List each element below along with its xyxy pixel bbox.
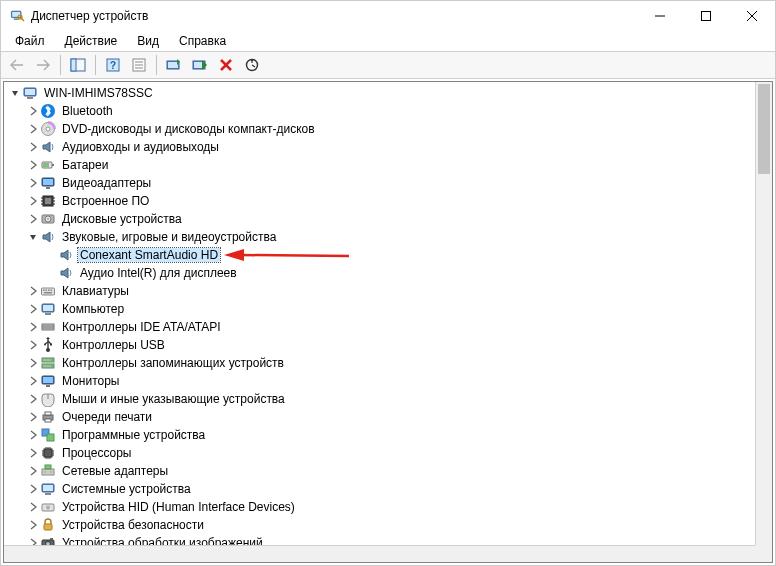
toolbar-update-driver-button[interactable] <box>162 54 186 76</box>
menu-action[interactable]: Действие <box>57 33 126 49</box>
chevron-right-icon[interactable] <box>26 212 40 226</box>
tree-item-label: Устройства HID (Human Interface Devices) <box>60 500 297 514</box>
tree-item-processors[interactable]: Процессоры <box>4 444 755 462</box>
chevron-down-icon[interactable] <box>8 86 22 100</box>
tree-item-firmware[interactable]: Встроенное ПО <box>4 192 755 210</box>
tree-item-network-adapters[interactable]: Сетевые адаптеры <box>4 462 755 480</box>
tree-item-label: Программные устройства <box>60 428 207 442</box>
disc-icon <box>40 121 56 137</box>
tree-item-print-queues[interactable]: Очереди печати <box>4 408 755 426</box>
device-tree[interactable]: WIN-IMHIMS78SSC Bluetooth DVD-дисководы … <box>4 82 755 545</box>
minimize-button[interactable] <box>637 1 683 31</box>
chevron-down-icon[interactable] <box>26 230 40 244</box>
tree-item-dvd[interactable]: DVD-дисководы и дисководы компакт-дисков <box>4 120 755 138</box>
maximize-button[interactable] <box>683 1 729 31</box>
chevron-right-icon[interactable] <box>26 464 40 478</box>
chevron-right-icon[interactable] <box>26 374 40 388</box>
svg-rect-79 <box>71 59 76 71</box>
chevron-right-icon[interactable] <box>26 356 40 370</box>
toolbar-properties-button[interactable] <box>127 54 151 76</box>
toolbar-separator <box>156 55 157 75</box>
scrollbar-corner <box>755 545 772 562</box>
ide-icon <box>40 319 56 335</box>
chevron-right-icon[interactable] <box>26 104 40 118</box>
toolbar-enable-button[interactable] <box>188 54 212 76</box>
chevron-right-icon[interactable] <box>26 392 40 406</box>
menubar: Файл Действие Вид Справка <box>1 31 775 51</box>
tree-item-sound[interactable]: Звуковые, игровые и видеоустройства <box>4 228 755 246</box>
chevron-right-icon[interactable] <box>26 320 40 334</box>
network-icon <box>40 463 56 479</box>
tree-item-storage-controllers[interactable]: Контроллеры запоминающих устройств <box>4 354 755 372</box>
chevron-right-icon[interactable] <box>26 536 40 545</box>
device-tree-pane: WIN-IMHIMS78SSC Bluetooth DVD-дисководы … <box>3 81 773 563</box>
chevron-right-icon[interactable] <box>26 284 40 298</box>
tree-item-label: Сетевые адаптеры <box>60 464 170 478</box>
tree-item-conexant[interactable]: Conexant SmartAudio HD <box>4 246 755 264</box>
tree-item-label: Мыши и иные указывающие устройства <box>60 392 287 406</box>
lock-icon <box>40 517 56 533</box>
tree-item-label: Системные устройства <box>60 482 193 496</box>
svg-rect-87 <box>168 62 178 68</box>
tree-item-batteries[interactable]: Батареи <box>4 156 755 174</box>
tree-item-security-devices[interactable]: Устройства безопасности <box>4 516 755 534</box>
tree-item-hid[interactable]: Устройства HID (Human Interface Devices) <box>4 498 755 516</box>
menu-file[interactable]: Файл <box>7 33 53 49</box>
chevron-right-icon[interactable] <box>26 338 40 352</box>
horizontal-scrollbar[interactable] <box>4 545 755 562</box>
scrollbar-thumb[interactable] <box>758 84 770 174</box>
tree-item-computer[interactable]: Компьютер <box>4 300 755 318</box>
chevron-right-icon[interactable] <box>26 158 40 172</box>
computer-icon <box>40 301 56 317</box>
tree-item-system-devices[interactable]: Системные устройства <box>4 480 755 498</box>
toolbar-scan-button[interactable] <box>240 54 264 76</box>
tree-item-video-adapters[interactable]: Видеоадаптеры <box>4 174 755 192</box>
tree-item-software-devices[interactable]: Программные устройства <box>4 426 755 444</box>
close-button[interactable] <box>729 1 775 31</box>
chevron-right-icon[interactable] <box>26 482 40 496</box>
toolbar-back-button[interactable] <box>5 54 29 76</box>
toolbar-forward-button[interactable] <box>31 54 55 76</box>
chevron-right-icon[interactable] <box>26 428 40 442</box>
speaker-icon <box>58 265 74 281</box>
toolbar-uninstall-button[interactable] <box>214 54 238 76</box>
tree-item-label: Conexant SmartAudio HD <box>78 248 220 262</box>
speaker-icon <box>58 247 74 263</box>
menu-view[interactable]: Вид <box>129 33 167 49</box>
chip-icon <box>40 193 56 209</box>
tree-item-audio-io[interactable]: Аудиовходы и аудиовыходы <box>4 138 755 156</box>
toolbar-help-button[interactable]: ? <box>101 54 125 76</box>
tree-item-imaging-devices[interactable]: Устройства обработки изображений <box>4 534 755 545</box>
tree-item-intel-display-audio[interactable]: Аудио Intel(R) для дисплеев <box>4 264 755 282</box>
menu-help[interactable]: Справка <box>171 33 234 49</box>
vertical-scrollbar[interactable] <box>755 82 772 545</box>
chevron-right-icon[interactable] <box>26 302 40 316</box>
chevron-right-icon[interactable] <box>26 410 40 424</box>
cpu-icon <box>40 445 56 461</box>
svg-text:?: ? <box>110 60 116 71</box>
chevron-right-icon[interactable] <box>26 140 40 154</box>
tree-item-usb[interactable]: Контроллеры USB <box>4 336 755 354</box>
tree-item-keyboards[interactable]: Клавиатуры <box>4 282 755 300</box>
usb-icon <box>40 337 56 353</box>
tree-item-mice[interactable]: Мыши и иные указывающие устройства <box>4 390 755 408</box>
chevron-right-icon[interactable] <box>26 122 40 136</box>
toolbar-show-hide-tree-button[interactable] <box>66 54 90 76</box>
chevron-right-icon[interactable] <box>26 518 40 532</box>
chevron-right-icon[interactable] <box>26 446 40 460</box>
chevron-right-icon[interactable] <box>26 500 40 514</box>
window-title: Диспетчер устройств <box>31 9 148 23</box>
tree-root[interactable]: WIN-IMHIMS78SSC <box>4 84 755 102</box>
tree-item-ide[interactable]: Контроллеры IDE ATA/ATAPI <box>4 318 755 336</box>
tree-item-disk-drives[interactable]: Дисковые устройства <box>4 210 755 228</box>
hid-icon <box>40 499 56 515</box>
camera-icon <box>40 535 56 545</box>
tree-item-monitors[interactable]: Мониторы <box>4 372 755 390</box>
tree-item-bluetooth[interactable]: Bluetooth <box>4 102 755 120</box>
computer-icon <box>22 85 38 101</box>
no-twisty <box>44 266 58 280</box>
keyboard-icon <box>40 283 56 299</box>
chevron-right-icon[interactable] <box>26 176 40 190</box>
tree-item-label: Аудио Intel(R) для дисплеев <box>78 266 239 280</box>
chevron-right-icon[interactable] <box>26 194 40 208</box>
